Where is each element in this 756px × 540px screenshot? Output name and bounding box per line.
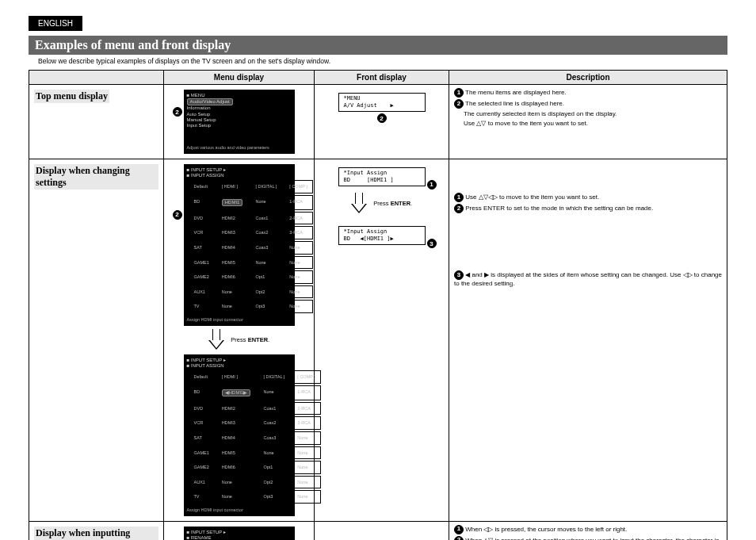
col-desc: Description — [449, 71, 727, 85]
row-input-label: Display when inputting characters — [34, 527, 158, 540]
arrow-down-icon — [208, 329, 224, 351]
desc-top-2: The selected line is displayed here. — [465, 100, 564, 107]
desc-chg-3: ◀ and ▶ is displayed at the sides of ite… — [454, 271, 722, 287]
desc-top-3: The currently selected item is displayed… — [454, 110, 722, 118]
arrow-down-icon — [351, 193, 367, 215]
front-display-changing-2: *Input Assign BD ◀[HDMI1 ]▶ — [338, 226, 426, 245]
front-display-changing-1: *Input Assign BD [HDMI1 ] — [338, 167, 426, 186]
annot-cf3: 3 — [427, 239, 437, 248]
language-tab: ENGLISH — [29, 16, 82, 31]
section-intro: Below we describe typical examples of di… — [38, 57, 727, 65]
section-title: Examples of menu and front display — [29, 36, 727, 55]
col-front: Front display — [315, 71, 449, 85]
menu-screenshot-changing-1: ■ INPUT SETUP ▸ ■ INPUT ASSIGN Default[ … — [184, 164, 295, 326]
desc-top-4: Use △▽ to move to the item you want to s… — [454, 120, 722, 128]
desc-chg-2: Press ENTER to set to the mode in which … — [465, 205, 653, 212]
annot-2: 2 — [173, 107, 182, 117]
front-display-top: *MENU A/V Adjust ▶ — [338, 93, 426, 112]
desc-in-1: When ◁▷ is pressed, the cursor moves to … — [465, 526, 627, 533]
col-menu: Menu display — [164, 71, 315, 85]
row-top-label: Top menu display — [34, 90, 109, 103]
desc-top-1: The menu items are displayed here. — [465, 89, 567, 96]
menu-screenshot-top: ■ MENU Audio/Video Adjust Information Au… — [184, 90, 295, 154]
menu-screenshot-changing-2: ■ INPUT SETUP ▸ ■ INPUT ASSIGN Default[ … — [184, 354, 295, 516]
annot-c2: 2 — [173, 210, 182, 220]
row-changing-label: Display when changing settings — [34, 164, 158, 190]
menu-screenshot-input: ■ INPUT SETUP ▸ ■ RENAME DVD Default ◀ ▶… — [184, 527, 295, 540]
main-table: Menu display Front display Description T… — [29, 70, 727, 540]
desc-in-2: When △▽ is pressed at the position where… — [454, 537, 719, 540]
annot-2b: 2 — [377, 113, 387, 123]
col-blank — [29, 71, 164, 85]
desc-chg-1: Use △▽◁▷ to move to the item you want to… — [465, 193, 599, 201]
press-enter-1: Press ENTER. — [231, 336, 269, 343]
press-enter-2: Press ENTER. — [373, 200, 412, 207]
annot-cf1: 1 — [427, 180, 437, 190]
